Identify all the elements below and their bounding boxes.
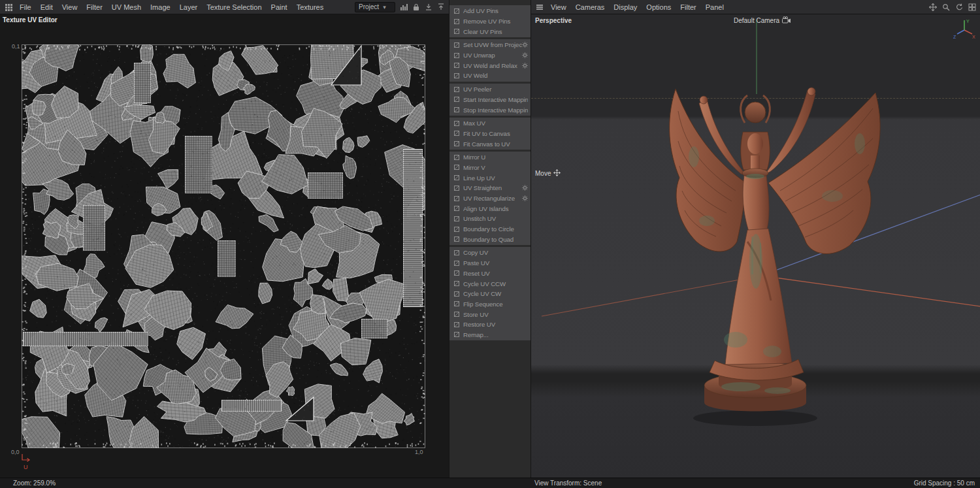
viewport-menu-panel[interactable]: Panel [701, 1, 728, 13]
uv-command-label: UV Weld [463, 72, 528, 79]
viewport-3d[interactable]: Perspective Default Camera Move Y X Z [531, 14, 980, 478]
viewport-menu-cameras[interactable]: Cameras [571, 1, 610, 13]
uv-rectangularize-options-gear-icon[interactable] [522, 195, 528, 201]
uv-command-reset-uv[interactable]: Reset UV [449, 268, 531, 279]
toggle-views-icon[interactable] [967, 2, 977, 12]
uv-command-uv-unwrap[interactable]: UV Unwrap [449, 50, 531, 61]
statue-shadow [693, 410, 817, 426]
uv-editor-menu-view[interactable]: View [57, 1, 82, 13]
viewport-menu-view[interactable]: View [546, 1, 571, 13]
uv-unwrap-options-gear-icon[interactable] [522, 52, 528, 58]
uv-command-line-up-uv[interactable]: Line Up UV [449, 172, 531, 183]
uv-command-add-uv-pins[interactable]: Add UV Pins [449, 6, 531, 16]
uv-command-max-uv[interactable]: Max UV [449, 118, 531, 129]
uv-command-clear-uv-pins[interactable]: Clear UV Pins [449, 26, 531, 37]
uv-command-uv-weld-and-relax[interactable]: UV Weld and Relax [449, 60, 531, 71]
clear-uv-pins-icon [453, 28, 460, 35]
uv-peeler-icon [453, 86, 460, 93]
uv-editor-menu-edit[interactable]: Edit [36, 1, 57, 13]
uv-command-stop-interactive-mapping[interactable]: Stop Interactive Mapping [449, 105, 531, 115]
boundary-to-quad-icon [453, 236, 460, 242]
uv-command-uv-straighten[interactable]: UV Straighten [449, 183, 531, 193]
uv-command-group: UV PeelerStart Interactive MappingStop I… [449, 84, 531, 116]
uv-editor-menu-image[interactable]: Image [146, 1, 175, 13]
copy-uv-icon [453, 250, 460, 256]
set-uvw-from-projection-options-gear-icon[interactable] [522, 42, 528, 48]
statue-right-wing [768, 93, 880, 253]
axis-gizmo[interactable]: Y X Z [953, 16, 976, 40]
uv-command-label: Max UV [463, 120, 528, 127]
uv-command-cycle-uv-cw[interactable]: Cycle UV CW [449, 289, 531, 299]
uv-command-remove-uv-pins[interactable]: Remove UV Pins [449, 16, 531, 27]
uv-editor-menu-textures[interactable]: Textures [292, 1, 329, 13]
viewport-toolbar-icons [928, 2, 977, 12]
project-dropdown-value: Project [359, 3, 379, 10]
uv-straighten-options-gear-icon[interactable] [522, 185, 528, 191]
uv-command-fit-canvas-to-uv[interactable]: Fit Canvas to UV [449, 138, 531, 149]
uv-editor-menu-filter[interactable]: Filter [82, 1, 106, 13]
viewport-menubar: ViewCamerasDisplayOptionsFilterPanel [531, 0, 980, 14]
uv-editor-menu-uv-mesh[interactable]: UV Mesh [107, 1, 146, 13]
uv-editor-menu-layer[interactable]: Layer [175, 1, 203, 13]
uv-command-uv-weld[interactable]: UV Weld [449, 71, 531, 81]
lock-icon[interactable] [411, 2, 421, 12]
restore-uv-icon [453, 321, 460, 328]
uv-editor-menu-file[interactable]: File [15, 1, 36, 13]
uv-editor-menu-paint[interactable]: Paint [267, 1, 292, 13]
uv-command-label: Boundary to Quad [463, 236, 528, 243]
max-uv-icon [453, 120, 460, 127]
uv-coord-bottom-right: 1,0 [415, 449, 423, 455]
panel-grid-icon[interactable] [3, 3, 15, 11]
uv-command-mirror-u[interactable]: Mirror U [449, 152, 531, 163]
uv-command-cycle-uv-ccw[interactable]: Cycle UV CCW [449, 278, 531, 289]
reset-uv-icon [453, 270, 460, 276]
uv-command-fit-uv-to-canvas[interactable]: Fit UV to Canvas [449, 129, 531, 139]
uv-command-label: Paste UV [463, 259, 528, 267]
axis-gizmo-z-label: Z [953, 35, 956, 39]
histogram-icon[interactable] [399, 2, 408, 12]
uv-editor-menu-texture-selection[interactable]: Texture Selection [202, 1, 266, 13]
uv-command-start-interactive-mapping[interactable]: Start Interactive Mapping [449, 95, 531, 105]
uv-weld-and-relax-options-gear-icon[interactable] [522, 63, 528, 69]
save-image-icon[interactable] [423, 2, 433, 12]
uv-command-uv-rectangularize[interactable]: UV Rectangularize [449, 193, 531, 204]
uv-command-align-uv-islands[interactable]: Align UV Islands [449, 203, 531, 214]
pan-view-icon[interactable] [928, 2, 938, 12]
zoom-level-status: Zoom: 259.0% [13, 480, 56, 487]
uv-command-label: Clear UV Pins [463, 28, 528, 35]
viewport-menu-display[interactable]: Display [609, 1, 642, 13]
uv-command-flip-sequence[interactable]: Flip Sequence [449, 299, 531, 310]
camera-icon[interactable] [782, 16, 791, 25]
viewport-menu-filter[interactable]: Filter [676, 1, 700, 13]
uv-command-group: Max UVFit UV to CanvasFit Canvas to UV [449, 118, 531, 150]
viewport-menu-options[interactable]: Options [642, 1, 676, 13]
uv-command-remap[interactable]: Remap... [449, 330, 531, 340]
uv-command-boundary-to-quad[interactable]: Boundary to Quad [449, 234, 531, 244]
uv-command-mirror-v[interactable]: Mirror V [449, 163, 531, 173]
uv-command-label: UV Straighten [463, 184, 522, 191]
uv-command-copy-uv[interactable]: Copy UV [449, 248, 531, 258]
uv-command-boundary-to-circle[interactable]: Boundary to Circle [449, 224, 531, 235]
stop-interactive-mapping-icon [453, 106, 460, 113]
uv-command-store-uv[interactable]: Store UV [449, 309, 531, 319]
uv-command-label: Copy UV [463, 249, 528, 256]
viewport-panel-menu-icon[interactable] [534, 4, 546, 10]
uv-command-unstitch-uv[interactable]: Unstitch UV [449, 214, 531, 224]
uv-command-label: Flip Sequence [463, 301, 528, 308]
uv-command-label: UV Rectangularize [463, 195, 522, 202]
uv-command-paste-uv[interactable]: Paste UV [449, 258, 531, 268]
uv-command-set-uvw-from-projection[interactable]: Set UVW from Projection [449, 40, 531, 50]
project-dropdown[interactable]: Project ▾ [355, 2, 395, 12]
rotate-view-icon[interactable] [954, 2, 964, 12]
uv-command-uv-peeler[interactable]: UV Peeler [449, 84, 531, 95]
uv-command-label: Cycle UV CCW [463, 280, 528, 287]
statue-3d-model[interactable] [617, 65, 917, 431]
zoom-view-icon[interactable] [941, 2, 951, 12]
uv-straighten-icon [453, 185, 460, 191]
load-image-icon[interactable] [436, 2, 446, 12]
uv-command-label: Add UV Pins [463, 7, 528, 14]
uv-command-restore-uv[interactable]: Restore UV [449, 319, 531, 330]
dropdown-caret-icon: ▾ [383, 4, 386, 10]
uv-editor-pane: Texture UV Editor 0,1 0,0 1,0 U [0, 14, 449, 478]
uv-map-canvas[interactable] [22, 44, 425, 448]
